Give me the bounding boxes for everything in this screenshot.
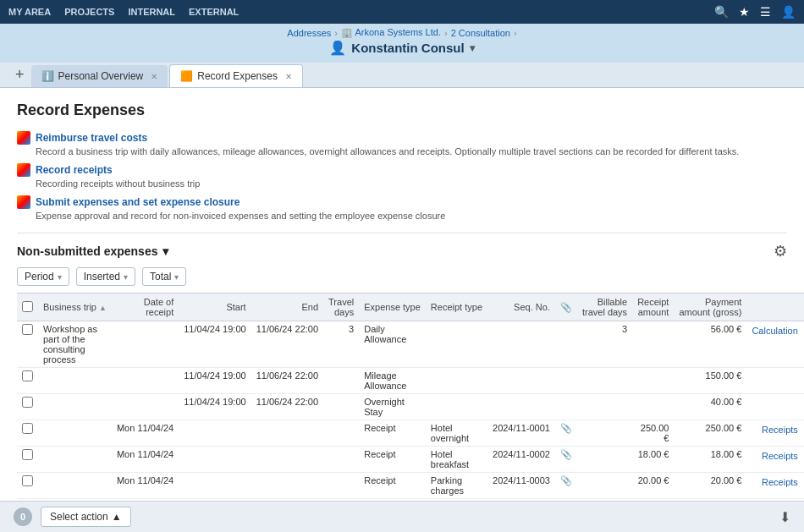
- row-attach: 📎: [555, 473, 577, 499]
- row-attach: [555, 368, 577, 394]
- row-link[interactable]: Receipts: [762, 425, 798, 435]
- row-checkbox-cell: [17, 368, 38, 394]
- nav-internal[interactable]: INTERNAL: [128, 7, 175, 17]
- filter-inserted-label: Inserted: [84, 271, 120, 282]
- table-row: 11/04/24 19:00 11/06/24 22:00 Overnight …: [17, 394, 804, 420]
- filter-period[interactable]: Period ▾: [17, 267, 69, 286]
- row-receipt-amount: 18.00 €: [632, 447, 674, 473]
- row-receipt-amount: [632, 368, 674, 394]
- breadcrumb-consultation[interactable]: 2 Consultation: [451, 28, 510, 38]
- nav-external[interactable]: EXTERNAL: [189, 7, 239, 17]
- tab-record-expenses-label: Record Expenses: [197, 70, 278, 82]
- breadcrumb-addresses[interactable]: Addresses: [287, 28, 331, 38]
- th-business-trip: Business trip ▲: [38, 293, 112, 321]
- row-travel-days: [323, 368, 359, 394]
- tab-record-expenses[interactable]: 🟧 Record Expenses ✕: [169, 64, 303, 87]
- th-expense-type: Expense type: [359, 293, 426, 321]
- row-link[interactable]: Calculation: [752, 326, 797, 336]
- non-submitted-title[interactable]: Non-submitted expenses ▾: [17, 244, 168, 258]
- row-receipt-type: [426, 321, 487, 368]
- tab-record-expenses-icon: 🟧: [180, 70, 193, 82]
- row-start: 11/04/24 19:00: [179, 321, 251, 368]
- row-checkbox-2[interactable]: [22, 397, 33, 408]
- tab-personal-overview-close[interactable]: ✕: [151, 72, 157, 81]
- th-checkbox: [17, 293, 38, 321]
- table-row: Mon 11/04/24 Receipt Hotel overnight 202…: [17, 420, 804, 447]
- row-checkbox-cell: [17, 473, 38, 499]
- row-travel-days: 3: [323, 321, 359, 368]
- sort-business-trip-icon[interactable]: ▲: [99, 304, 107, 312]
- selection-count: 0: [14, 507, 32, 526]
- record-receipts-link[interactable]: Record receipts: [17, 163, 787, 177]
- row-date-of-receipt: Mon 11/04/24: [112, 447, 179, 473]
- tab-personal-overview[interactable]: ℹ️ Personal Overview ✕: [31, 65, 168, 87]
- row-link[interactable]: Receipts: [762, 451, 798, 461]
- row-payment-amount: 150.00 €: [674, 368, 746, 394]
- submit-expenses-desc: Expense approval and record for non-invo…: [36, 211, 787, 221]
- row-attach: [555, 321, 577, 368]
- nav-my-area[interactable]: MY AREA: [8, 7, 51, 17]
- search-icon[interactable]: 🔍: [714, 5, 729, 19]
- submit-expenses-label: Submit expenses and set expense closure: [36, 196, 240, 208]
- download-icon[interactable]: ⬇: [779, 510, 790, 524]
- table-header-row: Business trip ▲ Date ofreceipt Start End…: [17, 293, 804, 321]
- breadcrumb-bar: Addresses › 🏢 Arkona Systems Ltd. › 2 Co…: [0, 24, 804, 63]
- th-receipt-amount: Receiptamount: [632, 293, 674, 321]
- row-checkbox-3[interactable]: [22, 423, 33, 434]
- row-date-of-receipt: Mon 11/04/24: [112, 473, 179, 499]
- row-billable-days: [577, 447, 632, 473]
- row-business-trip: [38, 447, 112, 473]
- submit-expenses-link[interactable]: Submit expenses and set expense closure: [17, 195, 787, 209]
- person-name: Konstantin Consul: [351, 41, 464, 55]
- row-checkbox-5[interactable]: [22, 475, 33, 486]
- select-all-checkbox[interactable]: [22, 301, 33, 312]
- row-business-trip: [38, 473, 112, 499]
- filter-settings-icon[interactable]: ⚙: [774, 242, 787, 261]
- non-submitted-section-header: Non-submitted expenses ▾ ⚙: [17, 233, 787, 261]
- row-end: 11/06/24 22:00: [251, 394, 323, 420]
- row-link[interactable]: Receipts: [762, 477, 798, 487]
- star-icon[interactable]: ★: [739, 5, 750, 19]
- row-date-of-receipt: [112, 368, 179, 394]
- row-checkbox-4[interactable]: [22, 449, 33, 460]
- row-date-of-receipt: [112, 394, 179, 420]
- non-submitted-chevron-icon: ▾: [162, 244, 168, 258]
- breadcrumb-person[interactable]: 👤 Konstantin Consul ▾: [329, 40, 474, 56]
- row-business-trip: [38, 420, 112, 447]
- reimburse-travel-link[interactable]: Reimburse travel costs: [17, 131, 787, 145]
- select-action-button[interactable]: Select action ▲: [41, 507, 131, 527]
- row-payment-amount: 250.00 €: [674, 420, 746, 447]
- nav-links: MY AREA PROJECTS INTERNAL EXTERNAL: [8, 7, 239, 17]
- action-reimburse: Reimburse travel costs Record a business…: [17, 131, 787, 156]
- row-receipt-type: [426, 368, 487, 394]
- record-receipts-desc: Recording receipts without business trip: [36, 178, 787, 189]
- breadcrumb-company[interactable]: 🏢 Arkona Systems Ltd.: [341, 27, 441, 38]
- user-avatar[interactable]: 👤: [781, 5, 796, 19]
- tab-record-expenses-close[interactable]: ✕: [285, 72, 292, 81]
- filter-period-label: Period: [25, 271, 54, 282]
- breadcrumb-sep2: ›: [444, 28, 448, 38]
- nav-projects[interactable]: PROJECTS: [64, 7, 114, 17]
- row-start: [179, 447, 251, 473]
- th-billable-days: Billabletravel days: [577, 293, 632, 321]
- th-start: Start: [179, 293, 251, 321]
- th-seq-no: Seq. No.: [487, 293, 555, 321]
- th-actions: [746, 293, 804, 321]
- person-icon: 👤: [329, 40, 346, 56]
- filter-inserted[interactable]: Inserted ▾: [76, 267, 135, 286]
- breadcrumb-path: Addresses › 🏢 Arkona Systems Ltd. › 2 Co…: [287, 27, 516, 38]
- menu-icon[interactable]: ☰: [760, 5, 771, 19]
- row-checkbox-0[interactable]: [22, 324, 33, 335]
- row-seq-no: [487, 394, 555, 420]
- record-receipts-icon: [17, 163, 30, 177]
- row-start: [179, 420, 251, 447]
- row-checkbox-1[interactable]: [22, 370, 33, 381]
- th-receipt-type: Receipt type: [426, 293, 487, 321]
- row-checkbox-cell: [17, 447, 38, 473]
- filter-total[interactable]: Total ▾: [142, 267, 186, 286]
- row-business-trip: [38, 394, 112, 420]
- row-receipt-type: Hotel overnight: [426, 420, 487, 447]
- breadcrumb-sep3: ›: [514, 28, 517, 38]
- add-tab-button[interactable]: +: [8, 63, 31, 87]
- row-payment-amount: 18.00 €: [674, 447, 746, 473]
